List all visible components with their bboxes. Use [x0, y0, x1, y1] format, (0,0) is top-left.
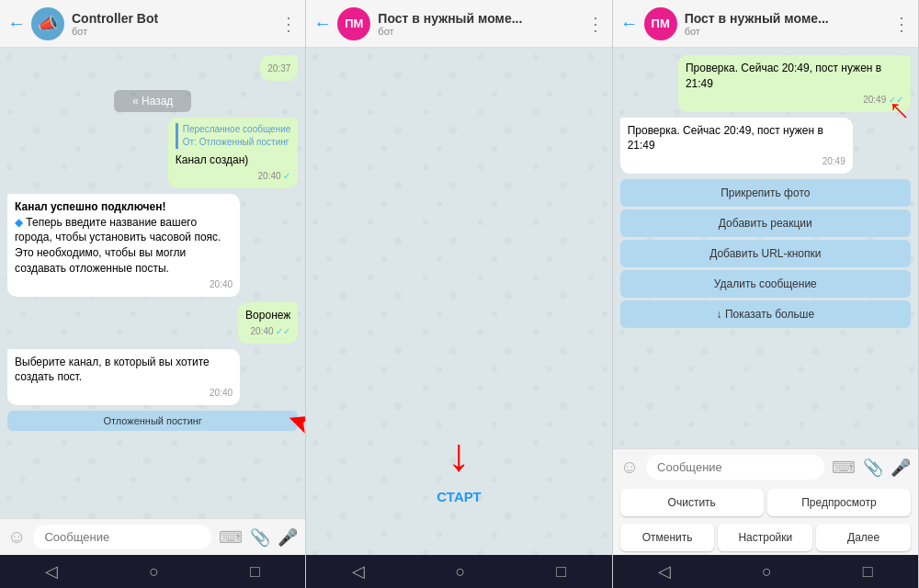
diamond-icon: ◆ — [15, 216, 23, 229]
panel1-bottom-nav: ◁ ○ □ — [0, 555, 305, 588]
attach-icon[interactable]: 📎 — [250, 527, 270, 548]
panel2-header: ← ПМ Пост в нужный моме... бот ⋮ — [306, 0, 611, 48]
check2-text: Проверка. Сейчас 20:49, пост нужен в 21:… — [628, 123, 845, 154]
bold-text: Канал успешно подключен! — [15, 200, 165, 213]
start-button[interactable]: СТАРТ — [437, 489, 481, 504]
panel2-avatar-text: ПМ — [345, 17, 363, 30]
nav-recent-p3[interactable]: □ — [863, 562, 873, 582]
center-msg-wrap: « Назад — [7, 86, 298, 112]
panel2-subtitle: бот — [378, 26, 585, 37]
keyboard-row-1: Очистить Предпросмотр — [613, 485, 918, 520]
msg-wrap-connected: Канал успешно подключен! ◆ Теперь введит… — [7, 194, 298, 297]
preview-button[interactable]: Предпросмотр — [767, 489, 911, 516]
checkmark: ✓ — [283, 171, 290, 181]
show-more-btn[interactable]: ↓ Показать больше — [620, 300, 911, 328]
panel3-header-info: Пост в нужный моме... бот — [685, 11, 892, 37]
forwarded-label: Пересланное сообщениеОт: Отложенный пост… — [176, 123, 291, 149]
inline-btn-wrap: Отложенный постинг ➤ — [7, 411, 298, 431]
forwarded-bubble: Пересланное сообщениеОт: Отложенный пост… — [168, 118, 299, 188]
panel-post-moment-2: ← ПМ Пост в нужный моме... бот ⋮ Проверк… — [613, 0, 919, 588]
nav-recent-p2[interactable]: □ — [556, 562, 566, 582]
checkmark: ✓✓ — [276, 326, 290, 336]
emoji-button-p3[interactable]: ☺ — [620, 457, 639, 478]
message-input-p3[interactable] — [646, 455, 824, 480]
panel1-input-bar: ☺ ⌨ 📎 🎤 — [0, 518, 305, 555]
nav-home-p3[interactable]: ○ — [762, 562, 772, 582]
panel3-input-bar: ☺ ⌨ 📎 🎤 — [613, 448, 918, 485]
menu-dots[interactable]: ⋮ — [279, 13, 298, 35]
message-bubble: 20:37 — [260, 55, 298, 81]
add-reactions-btn[interactable]: Добавить реакции — [620, 209, 911, 237]
panel2-header-info: Пост в нужный моме... бот — [378, 11, 585, 37]
msg-wrap: 20:37 — [7, 55, 298, 81]
panel3-subtitle: бот — [685, 26, 892, 37]
select-channel-bubble: Выберите канал, в который вы хотите созд… — [7, 349, 240, 406]
menu-dots-p2[interactable]: ⋮ — [586, 13, 605, 35]
delayed-posting-btn[interactable]: Отложенный постинг — [7, 411, 298, 431]
attach-icon-p3[interactable]: 📎 — [863, 458, 883, 478]
connected-bubble: Канал успешно подключен! ◆ Теперь введит… — [7, 194, 240, 297]
msg-wrap-select-channel: Выберите канал, в который вы хотите созд… — [7, 349, 298, 406]
back-button-p3[interactable]: ← — [620, 13, 639, 34]
nav-back[interactable]: ◁ — [45, 561, 58, 582]
msg-time: 20:40 ✓ — [176, 170, 291, 183]
panel2-chat-area: ↓ СТАРТ — [306, 48, 611, 555]
msg-time: 20:37 — [267, 62, 290, 75]
menu-dots-p3[interactable]: ⋮ — [892, 13, 911, 35]
action-buttons-wrap: Прикрепить фото Добавить реакции Добавит… — [620, 179, 911, 328]
panel3-avatar-text: ПМ — [652, 17, 670, 30]
forwarded-text: Канал создан) — [176, 153, 291, 168]
cancel-button[interactable]: Отменить — [620, 524, 715, 551]
clear-button[interactable]: Очистить — [620, 489, 764, 516]
check2-bubble: Проверка. Сейчас 20:49, пост нужен в 21:… — [620, 118, 853, 175]
panel1-title: Controller Bot — [72, 11, 279, 26]
add-url-btn[interactable]: Добавить URL-кнопки — [620, 240, 911, 267]
attach-photo-btn[interactable]: Прикрепить фото — [620, 179, 911, 207]
panel3-title: Пост в нужный моме... — [685, 11, 892, 26]
connected-text: Канал успешно подключен! ◆ Теперь введит… — [15, 199, 233, 277]
back-button[interactable]: ← — [7, 13, 26, 34]
panel1-header-info: Controller Bot бот — [72, 11, 279, 37]
panel1-subtitle: бот — [72, 26, 279, 37]
panel2-bottom-nav: ◁ ○ □ — [306, 555, 611, 588]
panel3-chat-area: Проверка. Сейчас 20:49, пост нужен в 21:… — [613, 48, 918, 448]
bot-icon: 📣 — [38, 14, 58, 34]
msg-wrap-forwarded: Пересланное сообщениеОт: Отложенный пост… — [7, 118, 298, 188]
red-arrow-p2: ↓ — [448, 428, 471, 481]
checkmark: ✓✓ — [889, 95, 903, 105]
nav-back-p3[interactable]: ◁ — [658, 561, 671, 582]
msg-time: 20:49 ✓✓ — [686, 94, 903, 107]
mic-icon-p3[interactable]: 🎤 — [891, 458, 911, 478]
msg-time: 20:49 — [628, 155, 845, 168]
nav-back-p2[interactable]: ◁ — [352, 561, 365, 582]
nav-home-p2[interactable]: ○ — [456, 562, 466, 582]
panel1-header: ← 📣 Controller Bot бот ⋮ — [0, 0, 305, 48]
msg-wrap-check1: Проверка. Сейчас 20:49, пост нужен в 21:… — [620, 55, 911, 112]
panel3-bottom-nav: ◁ ○ □ — [613, 555, 918, 588]
delete-msg-btn[interactable]: Удалить сообщение — [620, 270, 911, 298]
msg-wrap-check2: Проверка. Сейчас 20:49, пост нужен в 21:… — [620, 118, 911, 175]
panel2-title: Пост в нужный моме... — [378, 11, 585, 26]
msg-wrap-voronezh: Воронеж 20:40 ✓✓ — [7, 302, 298, 344]
next-button[interactable]: Далее — [816, 524, 911, 551]
keyboard-icon-p3[interactable]: ⌨ — [832, 458, 856, 478]
panel1-avatar: 📣 — [31, 7, 64, 40]
back-button-p2[interactable]: ← — [313, 13, 332, 34]
msg-time: 20:40 — [15, 387, 233, 400]
panel2-avatar: ПМ — [337, 7, 370, 40]
voronezh-text: Воронеж — [245, 308, 290, 323]
keyboard-icon[interactable]: ⌨ — [219, 527, 243, 548]
check1-bubble: Проверка. Сейчас 20:49, пост нужен в 21:… — [678, 55, 911, 112]
nav-home[interactable]: ○ — [149, 562, 159, 582]
message-input[interactable] — [33, 525, 211, 549]
back-center-btn[interactable]: « Назад — [114, 90, 191, 112]
emoji-button[interactable]: ☺ — [7, 526, 26, 548]
settings-button[interactable]: Настройки — [718, 524, 812, 551]
nav-recent[interactable]: □ — [250, 562, 260, 582]
panel1-chat-area: 20:37 « Назад Пересланное сообщениеОт: О… — [0, 48, 305, 518]
check1-text: Проверка. Сейчас 20:49, пост нужен в 21:… — [686, 61, 903, 92]
select-channel-text: Выберите канал, в который вы хотите созд… — [15, 355, 233, 386]
panel3-header: ← ПМ Пост в нужный моме... бот ⋮ — [613, 0, 918, 48]
msg-time: 20:40 ✓✓ — [245, 325, 290, 338]
mic-icon[interactable]: 🎤 — [278, 527, 298, 548]
